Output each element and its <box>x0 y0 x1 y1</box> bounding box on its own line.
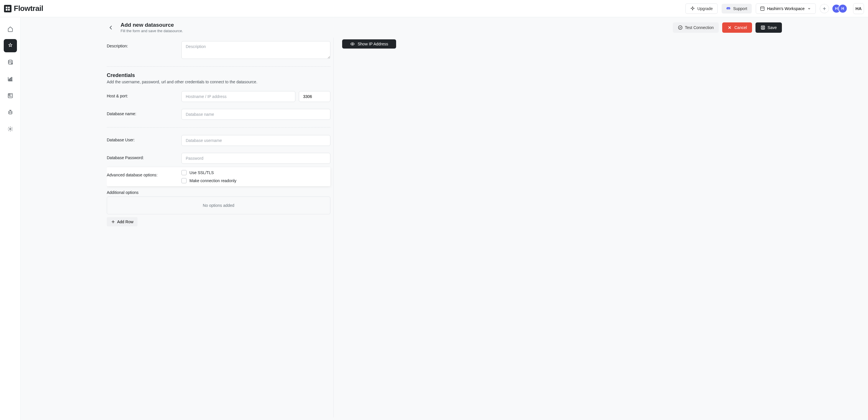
svg-point-22 <box>352 44 353 45</box>
upgrade-button[interactable]: Upgrade <box>685 3 718 14</box>
discord-icon <box>726 6 731 11</box>
nav-settings[interactable] <box>4 122 17 136</box>
host-label: Host & port: <box>107 91 173 98</box>
svg-point-18 <box>9 129 11 130</box>
svg-rect-20 <box>761 26 765 29</box>
svg-rect-8 <box>9 79 10 81</box>
ssl-label: Use SSL/TLS <box>189 170 214 175</box>
nav-dashboards[interactable] <box>4 89 17 102</box>
options-empty: No options added <box>107 196 330 214</box>
save-button[interactable]: Save <box>755 22 782 33</box>
addl-title: Additional options <box>107 190 330 195</box>
description-input[interactable] <box>181 41 330 59</box>
readonly-option: Make connection readonly <box>181 178 330 183</box>
main: Add new datasource Fill the form and sav… <box>21 17 868 420</box>
test-connection-button[interactable]: Test Connection <box>673 22 719 33</box>
creds-sub: Add the username, password, url and othe… <box>107 80 330 84</box>
check-circle-icon <box>678 25 683 30</box>
nav-ai[interactable] <box>4 106 17 119</box>
svg-point-6 <box>8 60 12 61</box>
dbpass-label: Database Password: <box>107 153 173 160</box>
svg-point-17 <box>11 112 11 113</box>
svg-rect-1 <box>8 7 10 8</box>
page-header: Add new datasource Fill the form and sav… <box>21 17 868 38</box>
creds-title: Credentials <box>107 73 330 78</box>
logo[interactable]: Flowtrail <box>4 4 43 13</box>
dbname-input[interactable] <box>181 109 330 120</box>
additional-options-section: Additional options No options added Add … <box>107 190 330 226</box>
dbname-label: Database name: <box>107 109 173 116</box>
eye-icon <box>350 41 355 46</box>
back-button[interactable] <box>107 23 115 32</box>
add-user-button[interactable] <box>820 4 829 13</box>
content-wrap: Description: Credentials Add the usernam… <box>21 38 868 417</box>
divider <box>107 66 330 67</box>
workspace-label: Hashim's Workspace <box>767 6 805 11</box>
row-host: Host & port: <box>107 88 330 106</box>
svg-rect-21 <box>762 28 764 29</box>
dbuser-label: Database User: <box>107 135 173 142</box>
row-dbuser: Database User: <box>107 132 330 149</box>
show-ip-label: Show IP Address <box>358 41 388 46</box>
host-input[interactable] <box>181 91 296 102</box>
page-title: Add new datasource <box>121 22 183 28</box>
plus-icon <box>111 220 115 224</box>
sparkle-icon <box>690 6 695 11</box>
svg-rect-2 <box>6 9 7 11</box>
support-button[interactable]: Support <box>722 4 752 13</box>
nav-database[interactable] <box>4 56 17 69</box>
test-label: Test Connection <box>685 25 714 30</box>
save-icon <box>761 25 765 30</box>
svg-rect-3 <box>8 9 10 11</box>
close-icon <box>727 25 732 30</box>
row-dbpass: Database Password: <box>107 149 330 167</box>
no-options-text: No options added <box>203 203 235 208</box>
add-row-button[interactable]: Add Row <box>107 217 137 226</box>
adv-label: Advanced database options: <box>107 170 173 177</box>
avatar-stack: H H <box>832 4 847 13</box>
dbuser-input[interactable] <box>181 135 330 146</box>
cancel-label: Cancel <box>734 25 747 30</box>
svg-rect-10 <box>11 77 12 81</box>
nav-home[interactable] <box>4 22 17 36</box>
nav-charts[interactable] <box>4 73 17 86</box>
form: Description: Credentials Add the usernam… <box>107 38 334 417</box>
body: Add new datasource Fill the form and sav… <box>0 17 868 420</box>
top-right: Upgrade Support Hashim's Workspace H H <box>685 3 864 14</box>
credentials-section: Credentials Add the username, password, … <box>107 71 330 88</box>
readonly-label: Make connection readonly <box>189 178 236 183</box>
cancel-button[interactable]: Cancel <box>722 22 752 33</box>
logo-icon <box>4 5 11 12</box>
description-label: Description: <box>107 41 173 48</box>
svg-rect-4 <box>761 7 764 10</box>
aside: Show IP Address <box>342 38 411 49</box>
row-dbname: Database name: <box>107 106 330 123</box>
avatars: H H HA <box>820 3 864 14</box>
port-input[interactable] <box>299 91 330 102</box>
layout-icon <box>760 6 765 11</box>
chevron-down-icon <box>807 6 811 11</box>
page-subtitle: Fill the form and save the datasource. <box>121 29 183 33</box>
dbpass-input[interactable] <box>181 153 330 164</box>
divider <box>107 127 330 128</box>
ssl-checkbox[interactable] <box>181 170 187 175</box>
svg-rect-9 <box>10 78 11 81</box>
svg-point-16 <box>9 112 10 113</box>
add-row-label: Add Row <box>117 220 133 224</box>
row-advanced: Advanced database options: Use SSL/TLS M… <box>107 167 330 186</box>
readonly-checkbox[interactable] <box>181 178 187 183</box>
nav-datasources[interactable] <box>4 39 17 52</box>
svg-rect-0 <box>6 7 7 8</box>
support-label: Support <box>733 6 747 11</box>
show-ip-button[interactable]: Show IP Address <box>342 39 396 49</box>
svg-rect-12 <box>9 94 10 95</box>
sidebar <box>0 17 21 420</box>
row-description: Description: <box>107 38 330 62</box>
save-label: Save <box>768 25 777 30</box>
ssl-option: Use SSL/TLS <box>181 170 330 175</box>
workspace-dropdown[interactable]: Hashim's Workspace <box>756 3 816 14</box>
logo-text: Flowtrail <box>14 4 43 13</box>
topbar: Flowtrail Upgrade Support Hashim's Works… <box>0 0 868 17</box>
user-menu[interactable]: HA <box>853 3 864 14</box>
avatar[interactable]: H <box>838 4 847 13</box>
